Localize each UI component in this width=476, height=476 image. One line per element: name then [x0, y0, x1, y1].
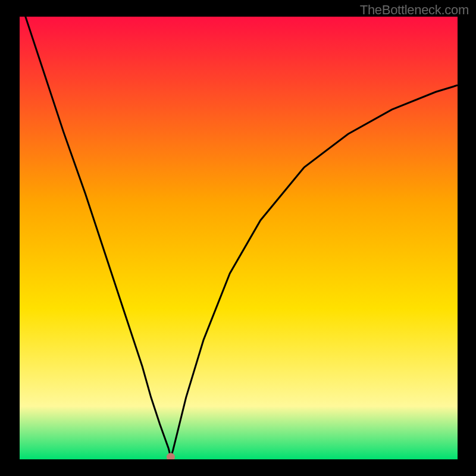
bottleneck-curve — [20, 17, 458, 457]
plot-frame — [20, 17, 458, 459]
curve-layer — [20, 17, 458, 459]
min-marker-dot — [167, 453, 175, 459]
watermark-text: TheBottleneck.com — [360, 2, 469, 18]
